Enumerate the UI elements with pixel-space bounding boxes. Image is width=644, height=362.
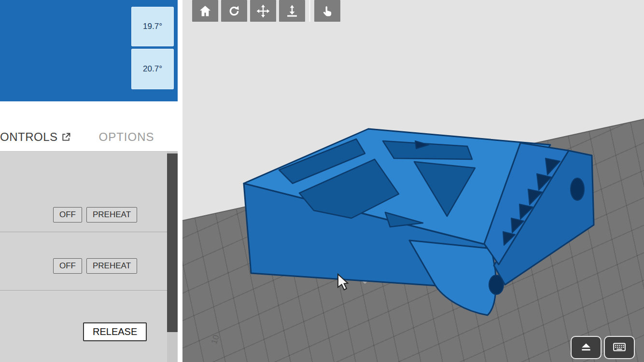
controls-panel: OFF PREHEAT OFF PREHEAT RELEASE <box>0 152 167 362</box>
rotate-icon <box>227 4 241 18</box>
bed-preheat-button[interactable]: PREHEAT <box>86 258 137 274</box>
keyboard-icon <box>612 340 627 356</box>
tool-temperature-badge: 19.7° <box>131 7 174 46</box>
tool-temperature-value: 19.7° <box>143 22 162 31</box>
keyboard-button[interactable] <box>604 336 635 359</box>
extruder-off-button[interactable]: OFF <box>53 207 82 223</box>
expand-panel-icon <box>580 341 592 355</box>
bed-off-button[interactable]: OFF <box>53 258 82 274</box>
lay-flat-button[interactable] <box>279 0 305 22</box>
release-button[interactable]: RELEASE <box>83 322 147 341</box>
bed-temperature-value: 20.7° <box>143 64 162 74</box>
print-preview-viewport[interactable]: 10 <box>182 0 644 362</box>
sidebar-scrollbar-thumb[interactable] <box>167 153 178 332</box>
expand-panel-button[interactable] <box>571 336 602 359</box>
home-icon <box>198 4 212 18</box>
extruder-heat-row: OFF PREHEAT <box>53 207 137 223</box>
front-hole <box>489 275 504 294</box>
cap-hole <box>571 178 584 200</box>
extruder-preheat-button[interactable]: PREHEAT <box>86 207 137 223</box>
viewport-toolbar <box>192 0 340 22</box>
toolbar-divider <box>309 0 310 22</box>
printed-model[interactable] <box>244 129 594 315</box>
rotate-view-button[interactable] <box>221 0 247 22</box>
external-link-icon[interactable] <box>61 132 71 142</box>
bed-heat-row: OFF PREHEAT <box>53 258 137 274</box>
move-icon <box>256 4 270 18</box>
move-view-button[interactable] <box>250 0 276 22</box>
tab-controls[interactable]: ONTROLS <box>0 130 58 144</box>
sidebar: 19.7° 20.7° ONTROLS OPTIONS OFF PREHEAT … <box>0 0 182 362</box>
tab-options[interactable]: OPTIONS <box>99 130 154 144</box>
touch-mode-button[interactable] <box>314 0 340 22</box>
viewport-quick-buttons <box>571 336 635 359</box>
scene-canvas: 10 <box>182 0 644 362</box>
section-divider <box>0 232 167 232</box>
bed-temperature-badge: 20.7° <box>131 49 174 89</box>
lay-flat-icon <box>285 4 299 18</box>
sidebar-tabbar: ONTROLS OPTIONS <box>0 123 178 152</box>
section-divider <box>0 290 167 291</box>
home-view-button[interactable] <box>192 0 218 22</box>
temperature-graph-panel: 19.7° 20.7° <box>0 0 178 101</box>
bed-axis-label: 10 <box>210 334 221 345</box>
sidebar-scrollbar-track[interactable] <box>167 152 178 362</box>
touch-pointer-icon <box>321 5 334 17</box>
